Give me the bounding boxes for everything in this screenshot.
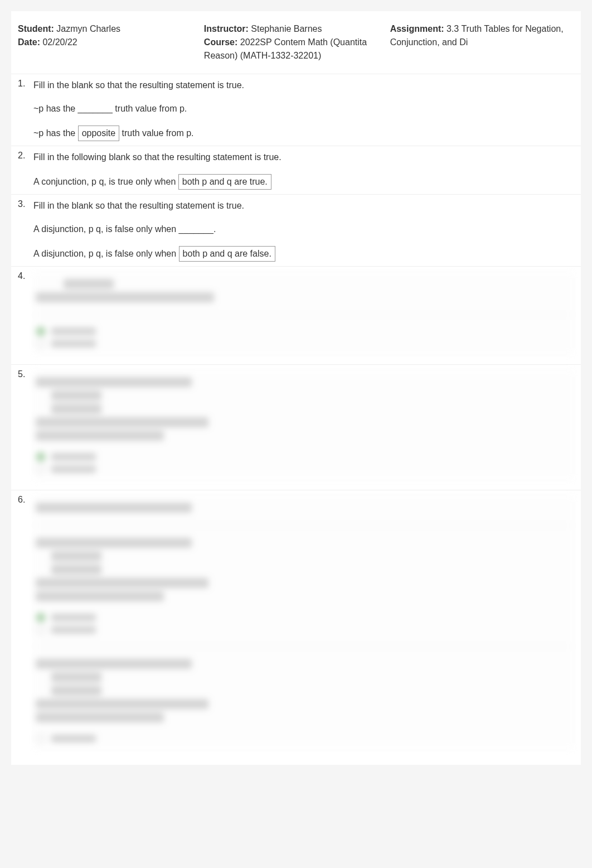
question-prompt: Fill in the blank so that the resulting …: [33, 199, 574, 213]
question-body-blurred: [33, 495, 574, 755]
question-number: 3.: [18, 199, 33, 262]
question-blank: ~p has the _______ truth value from p.: [33, 102, 574, 115]
question-body: Fill in the blank so that the resulting …: [33, 79, 574, 141]
answer-boxed: both p and q are true.: [178, 174, 271, 190]
question-prompt: Fill in the following blank so that the …: [33, 151, 574, 164]
question-prompt: Fill in the blank so that the resulting …: [33, 79, 574, 92]
answer-post: truth value from p.: [122, 128, 194, 138]
header-assignment-col: Assignment: 3.3 Truth Tables for Negatio…: [390, 22, 574, 62]
header-student-col: Student: Jazmyn Charles Date: 02/20/22: [18, 22, 193, 62]
assignment-page: Student: Jazmyn Charles Date: 02/20/22 I…: [11, 11, 581, 765]
header: Student: Jazmyn Charles Date: 02/20/22 I…: [11, 17, 581, 74]
date-label: Date:: [18, 37, 40, 47]
question-answer-line: ~p has the opposite truth value from p.: [33, 126, 574, 141]
question-5: 5.: [11, 364, 581, 490]
question-body-blurred: [33, 271, 574, 360]
question-6: 6.: [11, 490, 581, 759]
course-label: Course:: [204, 37, 237, 47]
question-3: 3. Fill in the blank so that the resulti…: [11, 194, 581, 266]
header-instructor-col: Instructor: Stephanie Barnes Course: 202…: [204, 22, 379, 62]
question-number: 6.: [18, 495, 33, 755]
date-value: 02/20/22: [42, 37, 77, 47]
question-number: 2.: [18, 151, 33, 190]
answer-pre: A conjunction, p: [33, 177, 96, 186]
question-answer-line: A conjunction, p q, is true only when bo…: [33, 174, 574, 190]
question-body-blurred: [33, 369, 574, 485]
question-blank: A disjunction, p q, is false only when _…: [33, 223, 574, 236]
student-value: Jazmyn Charles: [56, 24, 120, 33]
student-label: Student:: [18, 24, 54, 33]
question-number: 5.: [18, 369, 33, 485]
instructor-label: Instructor:: [204, 24, 249, 33]
answer-pre: A disjunction, p q, is false only when: [33, 249, 176, 258]
question-1: 1. Fill in the blank so that the resulti…: [11, 74, 581, 146]
answer-mid: q, is true only when: [99, 177, 176, 186]
question-body: Fill in the following blank so that the …: [33, 151, 574, 190]
blurred-content: [33, 271, 574, 355]
answer-pre: ~p has the: [33, 128, 75, 138]
answer-boxed: both p and q are false.: [179, 246, 275, 262]
question-2: 2. Fill in the following blank so that t…: [11, 146, 581, 194]
question-number: 4.: [18, 271, 33, 360]
answer-boxed: opposite: [78, 126, 120, 141]
blurred-content: [33, 369, 574, 481]
assignment-label: Assignment:: [390, 24, 444, 33]
blurred-content: [33, 495, 574, 750]
instructor-value: Stephanie Barnes: [251, 24, 322, 33]
question-body: Fill in the blank so that the resulting …: [33, 199, 574, 262]
question-4: 4.: [11, 266, 581, 364]
question-answer-line: A disjunction, p q, is false only when b…: [33, 246, 574, 262]
question-number: 1.: [18, 79, 33, 141]
